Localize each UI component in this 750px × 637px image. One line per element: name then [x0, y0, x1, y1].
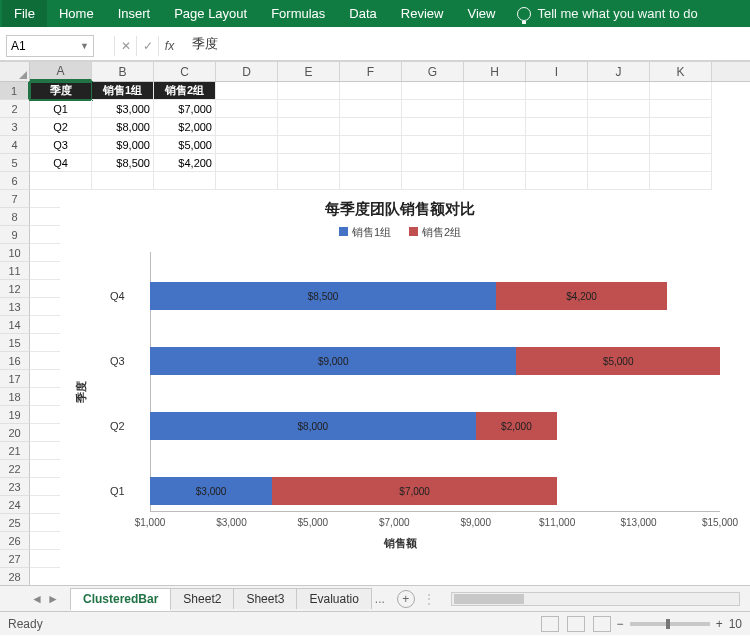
sheet-tab-sheet3[interactable]: Sheet3 [233, 588, 297, 609]
view-page-break-icon[interactable] [593, 616, 611, 632]
cell[interactable] [278, 172, 340, 190]
cell[interactable] [216, 154, 278, 172]
cell[interactable] [464, 118, 526, 136]
tell-me[interactable]: Tell me what you want to do [517, 6, 697, 21]
cell[interactable] [650, 82, 712, 100]
row-6[interactable]: 6 [0, 172, 30, 190]
tab-file[interactable]: File [2, 0, 47, 27]
cell[interactable]: $9,000 [92, 136, 154, 154]
cell[interactable] [526, 154, 588, 172]
cell[interactable]: Q4 [30, 154, 92, 172]
cell[interactable] [588, 82, 650, 100]
confirm-icon[interactable]: ✓ [136, 36, 158, 56]
view-page-layout-icon[interactable] [567, 616, 585, 632]
cell[interactable] [464, 154, 526, 172]
row-15[interactable]: 15 [0, 334, 30, 352]
col-B[interactable]: B [92, 62, 154, 81]
cell[interactable] [216, 118, 278, 136]
row-16[interactable]: 16 [0, 352, 30, 370]
cell[interactable] [650, 118, 712, 136]
sheet-nav-prev-icon[interactable]: ◄ [30, 592, 44, 606]
formula-input[interactable]: 季度 [186, 35, 750, 57]
sheet-tabs-overflow[interactable]: ... [371, 592, 389, 606]
col-H[interactable]: H [464, 62, 526, 81]
col-C[interactable]: C [154, 62, 216, 81]
row-28[interactable]: 28 [0, 568, 30, 585]
sheet-tab-sheet2[interactable]: Sheet2 [170, 588, 234, 609]
col-F[interactable]: F [340, 62, 402, 81]
tab-insert[interactable]: Insert [106, 0, 163, 27]
col-A[interactable]: A [30, 62, 92, 81]
cancel-icon[interactable]: ✕ [114, 36, 136, 56]
row-25[interactable]: 25 [0, 514, 30, 532]
cell[interactable] [216, 82, 278, 100]
cell[interactable] [650, 172, 712, 190]
cell[interactable] [402, 154, 464, 172]
row-26[interactable]: 26 [0, 532, 30, 550]
cell[interactable]: $8,000 [92, 118, 154, 136]
cell[interactable] [464, 172, 526, 190]
row-21[interactable]: 21 [0, 442, 30, 460]
row-13[interactable]: 13 [0, 298, 30, 316]
cell[interactable] [402, 172, 464, 190]
horizontal-scrollbar[interactable] [451, 592, 740, 606]
cell[interactable]: 季度 [30, 82, 92, 100]
col-E[interactable]: E [278, 62, 340, 81]
sheet-tab-evaluation[interactable]: Evaluatio [296, 588, 371, 609]
cell[interactable]: $3,000 [92, 100, 154, 118]
cell[interactable] [340, 154, 402, 172]
cell[interactable] [278, 100, 340, 118]
view-normal-icon[interactable] [541, 616, 559, 632]
row-5[interactable]: 5 [0, 154, 30, 172]
cell[interactable] [526, 100, 588, 118]
cell[interactable]: $4,200 [154, 154, 216, 172]
cell[interactable] [526, 172, 588, 190]
zoom-out-button[interactable]: − [617, 617, 624, 631]
tab-page-layout[interactable]: Page Layout [162, 0, 259, 27]
cell[interactable] [216, 100, 278, 118]
cell[interactable] [92, 172, 154, 190]
cell[interactable] [402, 82, 464, 100]
row-27[interactable]: 27 [0, 550, 30, 568]
cell[interactable] [464, 136, 526, 154]
cell[interactable]: $2,000 [154, 118, 216, 136]
tab-data[interactable]: Data [337, 0, 388, 27]
cell[interactable]: $8,500 [92, 154, 154, 172]
row-19[interactable]: 19 [0, 406, 30, 424]
cell[interactable] [278, 154, 340, 172]
cell[interactable] [278, 82, 340, 100]
sheet-tab-clusteredbar[interactable]: ClusteredBar [70, 588, 171, 611]
fx-icon[interactable]: fx [158, 36, 180, 56]
cell[interactable] [154, 172, 216, 190]
select-all-corner[interactable] [0, 62, 30, 81]
row-18[interactable]: 18 [0, 388, 30, 406]
col-I[interactable]: I [526, 62, 588, 81]
cell[interactable] [340, 118, 402, 136]
col-G[interactable]: G [402, 62, 464, 81]
col-D[interactable]: D [216, 62, 278, 81]
cell[interactable] [588, 100, 650, 118]
tab-review[interactable]: Review [389, 0, 456, 27]
cell[interactable] [340, 136, 402, 154]
cell[interactable] [402, 118, 464, 136]
tab-home[interactable]: Home [47, 0, 106, 27]
row-20[interactable]: 20 [0, 424, 30, 442]
cell[interactable] [650, 100, 712, 118]
cell[interactable] [216, 136, 278, 154]
cell[interactable] [588, 118, 650, 136]
cell[interactable] [30, 172, 92, 190]
cell[interactable] [278, 118, 340, 136]
cell[interactable] [526, 118, 588, 136]
row-23[interactable]: 23 [0, 478, 30, 496]
row-12[interactable]: 12 [0, 280, 30, 298]
row-2[interactable]: 2 [0, 100, 30, 118]
tab-formulas[interactable]: Formulas [259, 0, 337, 27]
row-11[interactable]: 11 [0, 262, 30, 280]
tab-view[interactable]: View [455, 0, 507, 27]
row-17[interactable]: 17 [0, 370, 30, 388]
cell[interactable]: $7,000 [154, 100, 216, 118]
zoom-slider[interactable] [630, 622, 710, 626]
cell[interactable] [464, 100, 526, 118]
cell[interactable] [216, 172, 278, 190]
cell[interactable]: Q1 [30, 100, 92, 118]
